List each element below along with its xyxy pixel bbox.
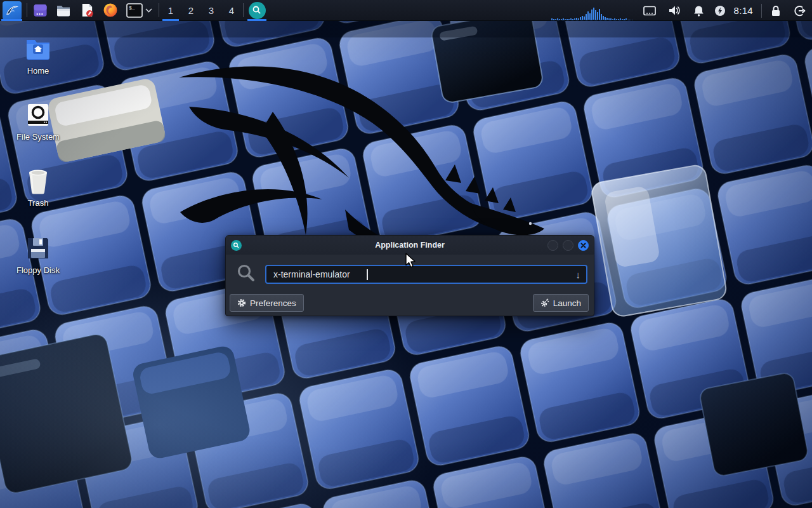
preferences-button[interactable]: Preferences [230, 294, 304, 312]
app-finder-icon [231, 240, 242, 251]
lock-icon[interactable] [771, 5, 781, 17]
launcher-terminal[interactable]: $_ [126, 0, 143, 21]
desktop-icon-label: Floppy Disk [16, 265, 60, 275]
clock[interactable]: 8:14 [734, 5, 753, 16]
file-system-drive-icon [26, 102, 50, 128]
desktop-icon-label: File System [16, 132, 60, 142]
kali-menu-icon [3, 1, 22, 20]
desktop-icon-trash[interactable]: Trash [8, 168, 69, 208]
applications-menu-button[interactable] [1, 0, 22, 21]
combo-dropdown-arrow[interactable]: ↓ [576, 269, 581, 280]
workspace-button-4[interactable]: 4 [221, 0, 242, 21]
search-input[interactable] [266, 269, 586, 279]
cpu-load-graph[interactable] [551, 3, 632, 20]
logout-icon[interactable] [794, 5, 806, 17]
desktop-icon-label: Trash [28, 198, 49, 208]
panel-separator [761, 4, 762, 18]
search-icon [236, 263, 256, 286]
launcher-firefox[interactable] [102, 0, 119, 21]
panel-separator [27, 3, 27, 17]
desktop-icon-floppy-disk[interactable]: Floppy Disk [8, 235, 69, 275]
launch-button[interactable]: Launch [533, 294, 589, 312]
launcher-file-manager[interactable] [55, 0, 72, 21]
desktop-icon-label: Home [27, 66, 49, 76]
titlebar[interactable]: Application Finder [226, 236, 594, 255]
minimize-button[interactable] [547, 240, 558, 251]
close-icon [580, 243, 586, 248]
terminal-icon: $_ [126, 3, 143, 18]
application-finder-window: Application Finder ↓ Preferences L [225, 235, 594, 316]
power-manager-icon[interactable] [714, 5, 726, 17]
mouse-cursor [405, 253, 417, 272]
workspace-button-2[interactable]: 2 [181, 0, 201, 21]
desktop-icon-home[interactable]: Home [8, 36, 69, 76]
svg-text:$_: $_ [129, 5, 135, 11]
taskbar-app-finder-button[interactable] [246, 0, 268, 21]
desktop-icon-file-system[interactable]: File System [8, 102, 69, 142]
chevron-down-icon[interactable] [144, 0, 153, 21]
panel-status-area: 8:14 [551, 0, 812, 21]
file-manager-icon [56, 3, 71, 18]
workspace-button-3[interactable]: 3 [201, 0, 221, 21]
text-editor-icon [80, 3, 95, 18]
launcher-text-editor[interactable] [79, 0, 95, 21]
notifications-bell-icon[interactable] [693, 5, 704, 17]
floppy-disk-icon [26, 235, 50, 262]
text-caret [367, 269, 368, 280]
close-button[interactable] [578, 240, 589, 251]
maximize-button[interactable] [563, 240, 573, 251]
home-folder-icon [25, 36, 51, 62]
gear-icon [237, 298, 246, 307]
window-title: Application Finder [226, 241, 594, 250]
trash-icon [25, 168, 51, 194]
launcher-window-app[interactable] [32, 0, 48, 21]
firefox-icon [103, 3, 118, 18]
run-gear-icon [540, 298, 549, 307]
app-finder-icon [249, 2, 266, 19]
window-icon [33, 3, 48, 18]
volume-icon[interactable] [668, 5, 681, 16]
workspace-button-1[interactable]: 1 [160, 0, 181, 21]
search-field: ↓ [265, 265, 587, 284]
panel-separator [159, 3, 159, 17]
panel-separator [243, 3, 244, 17]
top-panel: $_ 1 2 3 4 8:14 [0, 0, 812, 21]
network-icon[interactable] [643, 6, 656, 16]
